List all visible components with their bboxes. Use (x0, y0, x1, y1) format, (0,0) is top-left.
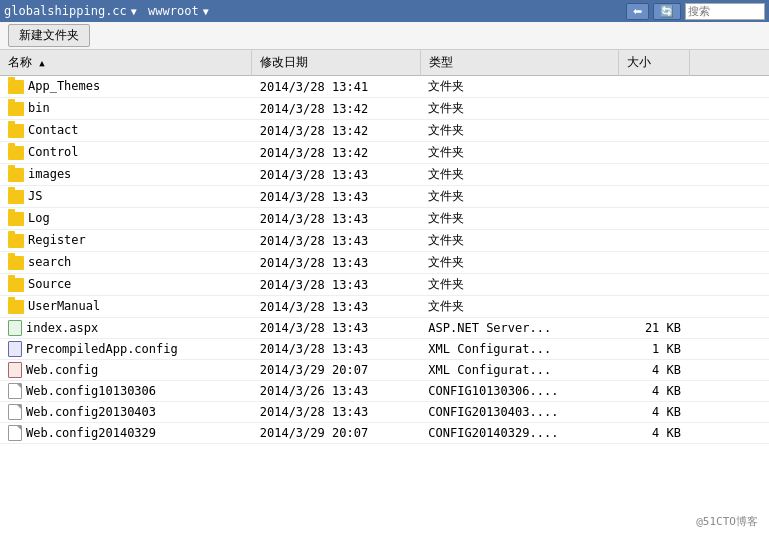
file-date-cell: 2014/3/28 13:43 (252, 230, 421, 252)
new-folder-button[interactable]: 新建文件夹 (8, 24, 90, 47)
generic-file-icon (8, 425, 22, 441)
file-size-cell (618, 98, 689, 120)
file-size-cell: 4 KB (618, 402, 689, 423)
table-row[interactable]: Log2014/3/28 13:43文件夹 (0, 208, 769, 230)
root-label[interactable]: wwwroot (148, 4, 199, 18)
folder-icon (8, 102, 24, 116)
file-name: Web.config (26, 363, 98, 377)
table-row[interactable]: Register2014/3/28 13:43文件夹 (0, 230, 769, 252)
file-name: Source (28, 277, 71, 291)
file-date-cell: 2014/3/29 20:07 (252, 423, 421, 444)
root-dropdown-icon[interactable]: ▼ (203, 6, 209, 17)
file-date-cell: 2014/3/28 13:41 (252, 76, 421, 98)
file-type-cell: 文件夹 (420, 186, 618, 208)
file-type-cell: XML Configurat... (420, 360, 618, 381)
file-size-cell (618, 186, 689, 208)
folder-icon (8, 212, 24, 226)
folder-icon (8, 278, 24, 292)
file-name: App_Themes (28, 79, 100, 93)
file-extra-cell (689, 402, 769, 423)
config-file-icon (8, 341, 22, 357)
table-row[interactable]: JS2014/3/28 13:43文件夹 (0, 186, 769, 208)
file-name-cell: UserManual (0, 296, 252, 318)
file-name: Web.config10130306 (26, 384, 156, 398)
file-extra-cell (689, 360, 769, 381)
file-date-cell: 2014/3/28 13:43 (252, 402, 421, 423)
file-name: Contact (28, 123, 79, 137)
file-extra-cell (689, 208, 769, 230)
table-row[interactable]: Control2014/3/28 13:42文件夹 (0, 142, 769, 164)
table-row[interactable]: Web.config2014/3/29 20:07XML Configurat.… (0, 360, 769, 381)
file-type-cell: 文件夹 (420, 252, 618, 274)
file-type-cell: 文件夹 (420, 98, 618, 120)
file-extra-cell (689, 164, 769, 186)
file-name-cell: Source (0, 274, 252, 296)
col-date-header[interactable]: 修改日期 (252, 50, 421, 76)
file-name-cell: JS (0, 186, 252, 208)
file-type-cell: 文件夹 (420, 296, 618, 318)
table-row[interactable]: bin2014/3/28 13:42文件夹 (0, 98, 769, 120)
file-name-cell: Contact (0, 120, 252, 142)
file-date-cell: 2014/3/28 13:43 (252, 318, 421, 339)
file-type-cell: 文件夹 (420, 142, 618, 164)
file-extra-cell (689, 76, 769, 98)
file-extra-cell (689, 339, 769, 360)
file-area: 名称 修改日期 类型 大小 App_Themes2014/3/28 13:41文… (0, 50, 769, 538)
col-name-header[interactable]: 名称 (0, 50, 252, 76)
table-row[interactable]: Web.config201403292014/3/29 20:07CONFIG2… (0, 423, 769, 444)
file-name-cell: images (0, 164, 252, 186)
file-name: Web.config20130403 (26, 405, 156, 419)
file-size-cell: 21 KB (618, 318, 689, 339)
file-size-cell (618, 274, 689, 296)
file-name-cell: index.aspx (0, 318, 252, 339)
table-row[interactable]: Web.config201304032014/3/28 13:43CONFIG2… (0, 402, 769, 423)
nav-button[interactable]: ⬅ (626, 3, 649, 20)
table-row[interactable]: index.aspx2014/3/28 13:43ASP.NET Server.… (0, 318, 769, 339)
file-name: index.aspx (26, 321, 98, 335)
col-size-header[interactable]: 大小 (618, 50, 689, 76)
file-size-cell: 4 KB (618, 381, 689, 402)
site-dropdown-icon[interactable]: ▼ (131, 6, 137, 17)
site-label[interactable]: globalshipping.cc (4, 4, 127, 18)
folder-icon (8, 124, 24, 138)
file-date-cell: 2014/3/28 13:43 (252, 164, 421, 186)
table-row[interactable]: Source2014/3/28 13:43文件夹 (0, 274, 769, 296)
file-type-cell: XML Configurat... (420, 339, 618, 360)
file-extra-cell (689, 423, 769, 444)
file-name: search (28, 255, 71, 269)
topbar-separator (141, 4, 148, 18)
file-extra-cell (689, 318, 769, 339)
refresh-button[interactable]: 🔄 (653, 3, 681, 20)
file-name-cell: Log (0, 208, 252, 230)
file-name-cell: Web.config10130306 (0, 381, 252, 402)
table-row[interactable]: UserManual2014/3/28 13:43文件夹 (0, 296, 769, 318)
file-date-cell: 2014/3/28 13:43 (252, 274, 421, 296)
file-name-cell: App_Themes (0, 76, 252, 98)
file-date-cell: 2014/3/28 13:42 (252, 98, 421, 120)
file-table: 名称 修改日期 类型 大小 App_Themes2014/3/28 13:41文… (0, 50, 769, 444)
table-row[interactable]: images2014/3/28 13:43文件夹 (0, 164, 769, 186)
table-row[interactable]: search2014/3/28 13:43文件夹 (0, 252, 769, 274)
table-row[interactable]: Contact2014/3/28 13:42文件夹 (0, 120, 769, 142)
file-date-cell: 2014/3/28 13:43 (252, 339, 421, 360)
file-extra-cell (689, 120, 769, 142)
table-row[interactable]: App_Themes2014/3/28 13:41文件夹 (0, 76, 769, 98)
file-size-cell (618, 120, 689, 142)
search-input[interactable] (685, 3, 765, 20)
file-name: UserManual (28, 299, 100, 313)
col-type-header[interactable]: 类型 (420, 50, 618, 76)
table-row[interactable]: Web.config101303062014/3/26 13:43CONFIG1… (0, 381, 769, 402)
table-header: 名称 修改日期 类型 大小 (0, 50, 769, 76)
topbar-right: ⬅ 🔄 (626, 3, 765, 20)
generic-file-icon (8, 404, 22, 420)
file-size-cell (618, 164, 689, 186)
file-extra-cell (689, 230, 769, 252)
file-name-cell: bin (0, 98, 252, 120)
file-name: Control (28, 145, 79, 159)
file-extra-cell (689, 186, 769, 208)
file-date-cell: 2014/3/26 13:43 (252, 381, 421, 402)
file-date-cell: 2014/3/29 20:07 (252, 360, 421, 381)
toolbar: 新建文件夹 (0, 22, 769, 50)
table-row[interactable]: PrecompiledApp.config2014/3/28 13:43XML … (0, 339, 769, 360)
topbar: globalshipping.cc ▼ wwwroot ▼ ⬅ 🔄 (0, 0, 769, 22)
